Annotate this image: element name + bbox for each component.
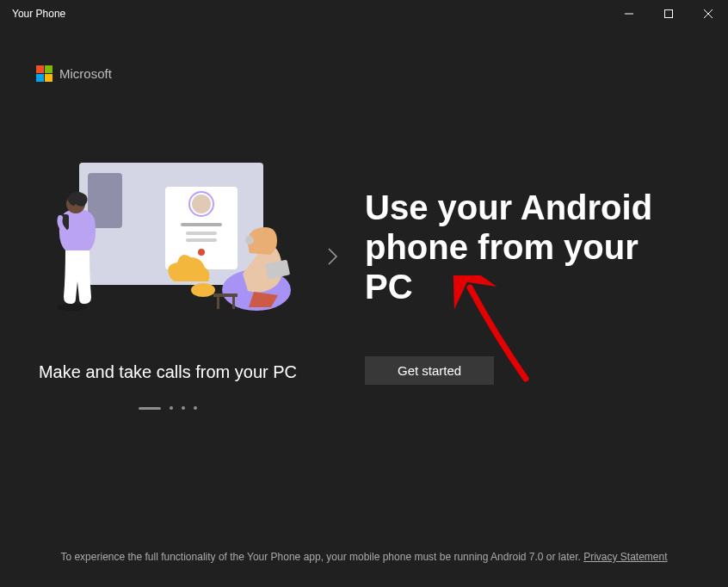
svg-rect-0 [665, 10, 673, 18]
microsoft-logo-icon [36, 65, 52, 82]
footer: To experience the full functionality of … [0, 551, 728, 587]
privacy-statement-link[interactable]: Privacy Statement [583, 551, 667, 563]
brand-name: Microsoft [59, 66, 112, 81]
title-bar: Your Phone [0, 0, 728, 28]
maximize-icon [664, 9, 673, 18]
minimize-icon [625, 9, 633, 18]
main-content: Make and take calls from your PC Use you… [0, 82, 728, 551]
svg-rect-19 [232, 297, 235, 309]
svg-rect-18 [217, 297, 219, 309]
hero-title: Use your Android phone from your PC [365, 188, 694, 306]
svg-point-14 [57, 304, 88, 311]
brand-logo: Microsoft [0, 28, 728, 82]
carousel-illustration [34, 163, 301, 335]
close-icon [704, 9, 713, 18]
carousel-caption: Make and take calls from your PC [39, 362, 297, 382]
svg-rect-6 [181, 223, 222, 226]
svg-point-9 [198, 249, 205, 256]
carousel-next-button[interactable] [327, 247, 339, 266]
chevron-right-icon [327, 247, 339, 266]
pagination-dot-active[interactable] [139, 407, 161, 410]
footer-text: To experience the full functionality of … [60, 551, 583, 563]
window-controls [609, 0, 728, 28]
pagination-dot[interactable] [182, 406, 185, 410]
hero-pane: Use your Android phone from your PC Get … [365, 188, 694, 385]
window-title: Your Phone [12, 8, 65, 20]
pagination-dot[interactable] [194, 406, 197, 410]
maximize-button[interactable] [649, 0, 688, 28]
carousel-pagination [139, 406, 197, 410]
svg-point-11 [245, 236, 254, 244]
svg-point-4 [192, 195, 211, 213]
svg-rect-8 [186, 238, 217, 242]
svg-point-13 [191, 283, 215, 297]
get-started-button[interactable]: Get started [365, 356, 494, 385]
svg-rect-7 [186, 232, 217, 235]
close-button[interactable] [688, 0, 728, 28]
svg-rect-17 [213, 294, 238, 297]
pagination-dot[interactable] [170, 406, 173, 410]
carousel-pane: Make and take calls from your PC [34, 163, 301, 410]
minimize-button[interactable] [609, 0, 649, 28]
app-window: Your Phone Microsoft [0, 0, 728, 587]
